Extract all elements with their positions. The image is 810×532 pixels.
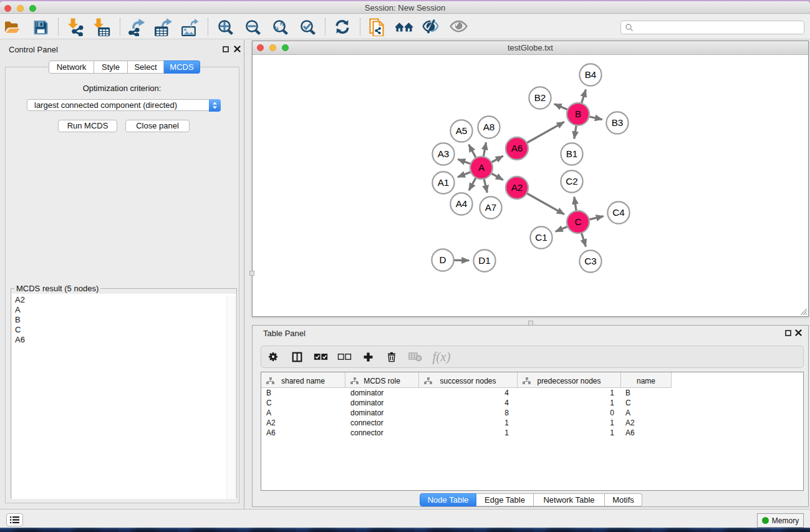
svg-text:A: A <box>478 162 485 173</box>
svg-text:A1: A1 <box>438 177 450 188</box>
svg-text:A4: A4 <box>456 198 468 209</box>
svg-text:B1: B1 <box>566 148 578 159</box>
svg-text:B: B <box>575 109 581 119</box>
svg-text:C4: C4 <box>612 207 625 218</box>
svg-text:A5: A5 <box>456 125 468 136</box>
svg-text:C1: C1 <box>535 232 547 243</box>
svg-text:C: C <box>574 216 581 227</box>
svg-text:A7: A7 <box>485 202 497 213</box>
svg-text:A6: A6 <box>511 143 523 153</box>
svg-text:A8: A8 <box>483 122 495 132</box>
svg-text:A2: A2 <box>511 182 523 193</box>
svg-text:D1: D1 <box>478 255 491 266</box>
svg-text:B2: B2 <box>534 92 546 103</box>
svg-text:A3: A3 <box>438 148 450 159</box>
svg-text:C2: C2 <box>566 176 578 186</box>
svg-text:B4: B4 <box>585 69 597 80</box>
svg-text:D: D <box>439 254 446 265</box>
svg-text:B3: B3 <box>612 117 624 128</box>
svg-text:C3: C3 <box>584 256 597 266</box>
